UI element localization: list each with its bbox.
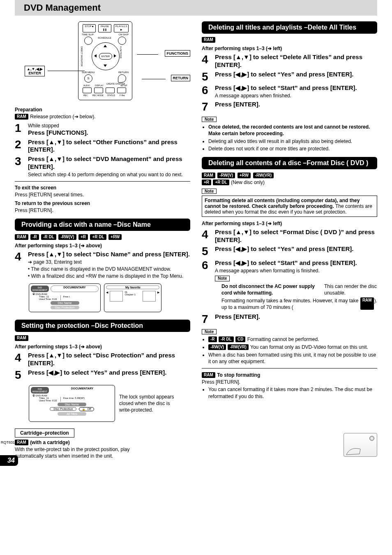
- svg-marker-0: [104, 45, 107, 47]
- doc-code: RQT8314: [1, 440, 17, 444]
- callout-return: RETURN: [171, 75, 191, 81]
- svg-marker-1: [104, 64, 107, 67]
- remote-status-label: STATUS: [107, 94, 115, 97]
- remote-submenu-label: SUB MENU: [82, 71, 95, 74]
- remote-s-button: S: [84, 74, 92, 83]
- remote-diagram: STOP ■ PAUSE ❚❚ PLAY/x1.3 ▶ TIME SLIP CM…: [25, 21, 190, 104]
- hand-icon: [346, 446, 362, 456]
- remote-dpad-arrows-icon: [92, 42, 119, 69]
- badge-ram: RAM: [15, 335, 28, 341]
- section-format-disc: Deleting all contents of a disc –Format …: [202, 157, 377, 169]
- exit-text: Press [RETURN] several times.: [15, 191, 190, 198]
- section-disc-name: Providing a disc with a name –Disc Name: [15, 219, 190, 231]
- lock-note: The lock symbol appears closed when the …: [119, 394, 177, 414]
- page-title: DVD Management: [24, 2, 373, 13]
- exit-heading: To exit the screen: [15, 185, 190, 191]
- svg-marker-3: [114, 54, 116, 58]
- note-label: Note: [202, 117, 217, 122]
- callout-functions: FUNCTIONS: [165, 50, 191, 57]
- remote-time-slip-label: TIME SLIP: [82, 33, 94, 36]
- section-disc-protection: Setting the protection –Disc Protection: [15, 320, 190, 332]
- cartridge-protection-heading: Cartridge–protection: [15, 428, 74, 438]
- remote-schedule-label: SCHEDULE: [98, 37, 111, 39]
- remote-display-label: DISPLAY: [95, 84, 104, 87]
- remote-direct-nav-label: DIRECT NAVIGATOR: [81, 46, 83, 67]
- initial-steps: 1 While stopped Press [FUNCTIONS]. 2 Pre…: [15, 122, 190, 178]
- remote-play-button: PLAY/x1.3 ▶: [114, 24, 129, 32]
- remote-return-label-small: RETURN: [118, 71, 129, 74]
- remote-cmskip-label: CM SKIP: [118, 33, 129, 36]
- after-steps-above: After performing steps 1–3 (➔ above): [15, 242, 190, 249]
- format-warning-box: Formatting delete all contents (includin…: [202, 196, 377, 217]
- lock-icon: 🔒: [82, 408, 85, 411]
- remote-return-button: [118, 74, 126, 83]
- remote-recmode-label: REC MODE: [92, 94, 104, 97]
- remote-functions-label-small: FUNCTIONS: [120, 46, 122, 58]
- section-delete-all: Deleting all titles and playlists –Delet…: [202, 21, 377, 34]
- remote-pause-button: PAUSE ❚❚: [98, 24, 111, 32]
- right-column: Deleting all titles and playlists –Delet…: [202, 21, 377, 459]
- step-num: 1: [15, 122, 28, 137]
- cartridge-text: With the write-protect tab in the protec…: [15, 446, 138, 459]
- remote-rec-label: REC: [83, 94, 88, 97]
- prev-text: Press [RETURN].: [15, 207, 190, 214]
- badge-ram: RAM: [15, 114, 28, 120]
- remote-stop-button: STOP ■: [83, 24, 96, 32]
- screenshot-top-menu: My favorite ◀ 01 Chapter 1 ▶: [104, 283, 161, 312]
- screenshot-disc-protection: DVD MANAGEMENT DOCUMENTARY ⦿ DVD-RAM Tit…: [29, 385, 115, 422]
- remote-outline: STOP ■ PAUSE ❚❚ PLAY/x1.3 ▶ TIME SLIP CM…: [78, 21, 132, 100]
- remote-timeslip-button: [84, 37, 92, 45]
- cartridge-illustration: [344, 433, 377, 457]
- page-title-bar: DVD Management: [15, 0, 377, 16]
- svg-marker-2: [94, 54, 97, 58]
- preparation-text: Release protection (➔ below).: [30, 114, 95, 120]
- prev-heading: To return to the previous screen: [15, 200, 190, 206]
- screenshot-dvd-management-1: DVD MANAGEMENT DOCUMENTARY ⦿ DVD-RAM Tit…: [29, 283, 101, 312]
- left-column: STOP ■ PAUSE ❚❚ PLAY/x1.3 ▶ TIME SLIP CM…: [15, 21, 190, 459]
- remote-cmskip-button: [118, 37, 126, 45]
- preparation-heading: Preparation: [15, 107, 190, 113]
- page-number: 34: [0, 455, 18, 466]
- remote-frec-label: F Rec: [120, 94, 125, 97]
- remote-setup-label: SETUP: [120, 84, 127, 87]
- disc-name-badges: RAM -R -R DL -RW(V) +R +R DL +RW: [15, 233, 190, 241]
- callout-arrows-enter: ▲,▼,◀,▶ ENTER: [25, 66, 45, 76]
- remote-audio-label: AUDIO: [83, 84, 90, 87]
